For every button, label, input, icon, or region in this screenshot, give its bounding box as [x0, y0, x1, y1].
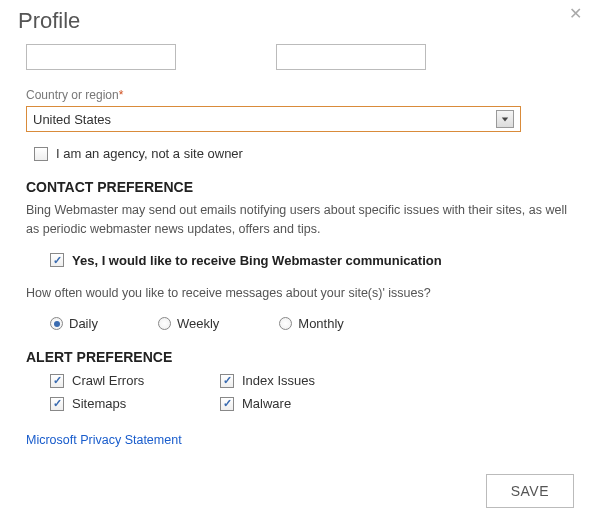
agency-label: I am an agency, not a site owner [56, 146, 243, 161]
alert-pref-heading: ALERT PREFERENCE [26, 349, 582, 365]
country-select[interactable]: United States [26, 106, 521, 132]
close-icon[interactable]: ✕ [569, 4, 582, 23]
country-label-text: Country or region [26, 88, 119, 102]
freq-daily-radio[interactable] [50, 317, 63, 330]
alert-index-label: Index Issues [242, 373, 315, 388]
profile-input-1[interactable] [26, 44, 176, 70]
contact-pref-desc: Bing Webmaster may send out emails notif… [26, 201, 582, 239]
freq-monthly-radio[interactable] [279, 317, 292, 330]
freq-weekly-label: Weekly [177, 316, 219, 331]
page-title: Profile [18, 8, 582, 34]
alert-malware-checkbox[interactable] [220, 397, 234, 411]
freq-weekly-radio[interactable] [158, 317, 171, 330]
freq-daily-label: Daily [69, 316, 98, 331]
alert-crawl-label: Crawl Errors [72, 373, 144, 388]
required-asterisk: * [119, 88, 124, 102]
alert-index-checkbox[interactable] [220, 374, 234, 388]
privacy-link[interactable]: Microsoft Privacy Statement [26, 433, 182, 447]
alert-sitemaps-checkbox[interactable] [50, 397, 64, 411]
agency-checkbox[interactable] [34, 147, 48, 161]
save-button[interactable]: SAVE [486, 474, 574, 508]
alert-crawl-checkbox[interactable] [50, 374, 64, 388]
alert-malware-label: Malware [242, 396, 291, 411]
contact-pref-heading: CONTACT PREFERENCE [26, 179, 582, 195]
country-label: Country or region* [26, 88, 582, 102]
profile-input-2[interactable] [276, 44, 426, 70]
freq-monthly-label: Monthly [298, 316, 344, 331]
chevron-down-icon [496, 110, 514, 128]
alert-sitemaps-label: Sitemaps [72, 396, 126, 411]
frequency-question: How often would you like to receive mess… [26, 284, 582, 303]
svg-marker-0 [502, 117, 508, 121]
communication-optin-checkbox[interactable] [50, 253, 64, 267]
profile-form-scroll[interactable]: Country or region* United States I am an… [0, 38, 600, 465]
country-value: United States [33, 112, 111, 127]
communication-optin-label: Yes, I would like to receive Bing Webmas… [72, 253, 442, 268]
